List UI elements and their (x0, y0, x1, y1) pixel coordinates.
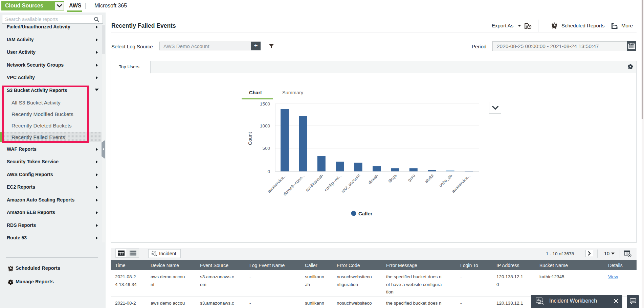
svg-text:l3cqa: l3cqa (387, 173, 398, 184)
svg-text:awsservice...: awsservice... (267, 173, 287, 194)
svg-text:dinesh: dinesh (367, 173, 379, 185)
svg-text:1000: 1000 (260, 123, 270, 128)
svg-text:0: 0 (267, 169, 270, 174)
svg-text:Caller: Caller (358, 211, 373, 216)
svg-text:awsservice...: awsservice... (451, 173, 471, 194)
svg-text:root_account: root_account (340, 173, 361, 194)
svg-text:Count: Count (247, 132, 253, 145)
svg-text:guru: guru (407, 173, 416, 183)
svg-text:500: 500 (262, 146, 270, 151)
svg-text:sunilkannah: sunilkannah (305, 173, 324, 192)
svg-text:ueba_qa: ueba_qa (438, 173, 453, 188)
svg-text:config--rol...: config--rol... (324, 173, 343, 192)
svg-text:1500: 1500 (260, 101, 270, 106)
svg-text:abdul: abdul (424, 173, 435, 184)
